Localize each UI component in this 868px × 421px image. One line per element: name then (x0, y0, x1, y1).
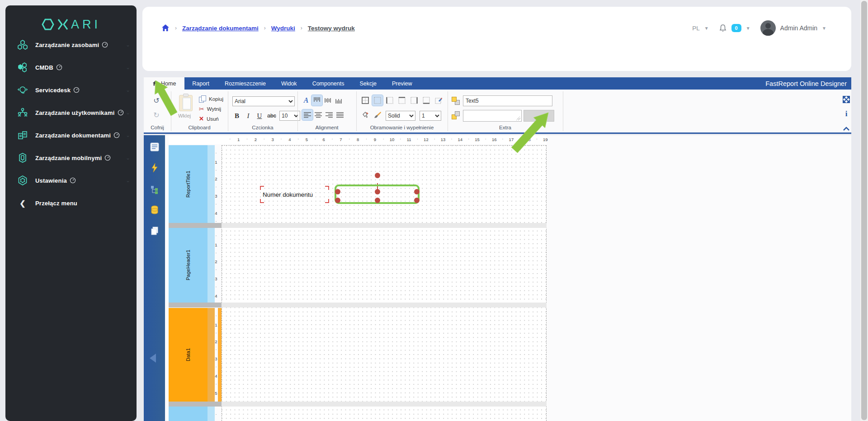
bring-to-front-button[interactable] (450, 95, 461, 106)
underline-button[interactable]: U (254, 110, 265, 121)
band-reporttitle[interactable]: ReportTitle1 (169, 145, 208, 223)
language-selector[interactable]: PL (692, 25, 700, 32)
border-bottom-button[interactable] (421, 95, 432, 106)
rotation-handle[interactable] (375, 173, 380, 178)
undo-button[interactable]: ↺ (151, 95, 162, 106)
sidebar-item-mobilne[interactable]: Zarządzanie mobilnymi ⌄ (5, 147, 137, 169)
collapse-toolbar-button[interactable] (150, 354, 156, 363)
band-pageheader[interactable]: PageHeader1 (169, 228, 208, 303)
align-right-button[interactable] (324, 109, 335, 120)
delete-button[interactable]: ✕ Usuń (199, 115, 219, 122)
ruler-tick: · (434, 137, 435, 141)
vertical-align-top-icon (313, 97, 321, 104)
band-separator[interactable] (169, 223, 222, 228)
notification-caret-icon[interactable]: ▼ (746, 26, 750, 31)
tab-widok[interactable]: Widok (274, 77, 305, 90)
border-width-select[interactable]: 1 (420, 111, 441, 121)
breadcrumb: › Zarządzanie dokumentami › Wydruki › Te… (161, 24, 355, 32)
object-text-area[interactable] (463, 110, 522, 122)
redo-button[interactable]: ↻ (151, 109, 162, 120)
band-separator[interactable] (169, 303, 222, 307)
report-bands-button[interactable] (149, 142, 160, 152)
oxari-logo-hexagon-icon (41, 18, 55, 31)
resize-handle[interactable] (414, 189, 420, 194)
tab-preview[interactable]: Preview (384, 77, 420, 90)
send-to-back-button[interactable] (450, 110, 461, 121)
sidebar-item-dokumenty[interactable]: Zarządzanie dokumentami ⌄ (5, 124, 137, 147)
fill-color-button[interactable] (360, 109, 371, 120)
copy-button[interactable]: Kopiuj (199, 95, 223, 103)
vertical-align-bottom-button[interactable] (333, 95, 344, 106)
oxari-logo-x-icon (57, 18, 69, 31)
collapse-ribbon-button[interactable] (842, 124, 851, 133)
report-tree-button[interactable] (149, 184, 160, 194)
tab-components[interactable]: Components (305, 77, 352, 90)
sidebar-item-uzytkownicy[interactable]: Zarządzanie użytkownikami ⌄ (5, 101, 137, 124)
font-color-button[interactable]: A (301, 95, 311, 106)
breadcrumb-link-dokumenty[interactable]: Zarządzanie dokumentami (182, 25, 259, 32)
tab-raport[interactable]: Raport (184, 77, 217, 90)
align-center-button[interactable] (313, 109, 324, 120)
fullscreen-button[interactable] (842, 95, 851, 104)
sidebar-item-servicedesk[interactable]: Servicedesk ⌄ (5, 79, 137, 101)
chevron-down-icon: ⌄ (126, 64, 130, 71)
resize-handle[interactable] (375, 189, 380, 194)
text-object-numer-dokumentu[interactable]: Numer dokumentu (260, 186, 329, 203)
pages-button[interactable] (149, 225, 160, 236)
expression-button[interactable] (524, 110, 554, 122)
ruler-tick: · (366, 137, 367, 141)
home-tab-icon (152, 80, 158, 86)
strikethrough-button[interactable]: abc (265, 110, 278, 121)
vertical-align-top-button[interactable] (311, 95, 322, 106)
band-data[interactable]: Data1 (169, 308, 208, 402)
tab-rozmieszczenie[interactable]: Rozmieszczenie (217, 77, 274, 90)
info-button[interactable]: i (842, 109, 851, 118)
tab-home[interactable]: Home (144, 77, 184, 90)
border-top-button[interactable] (396, 95, 407, 106)
resize-handle[interactable] (375, 198, 380, 203)
sidebar-item-ustawienia[interactable]: Ustawienia ⌄ (5, 169, 137, 192)
resize-handle[interactable] (335, 198, 340, 203)
resize-handle[interactable] (414, 198, 420, 203)
border-right-button[interactable] (409, 95, 420, 106)
resize-grip-icon[interactable] (516, 116, 520, 120)
object-name-input[interactable] (463, 95, 552, 106)
align-justify-button[interactable] (335, 109, 345, 120)
data-source-button[interactable] (149, 204, 160, 215)
sidebar-toggle-menu[interactable]: ❮ Przełącz menu (5, 192, 137, 214)
border-style-select[interactable]: Solid (386, 111, 415, 121)
home-icon[interactable] (161, 24, 170, 32)
user-caret-icon[interactable]: ▼ (822, 26, 826, 31)
italic-button[interactable]: I (243, 110, 254, 121)
border-none-button[interactable] (372, 95, 383, 106)
font-family-select[interactable]: Arial (232, 96, 295, 106)
brush-button[interactable] (372, 109, 383, 120)
bold-button[interactable]: B (231, 110, 242, 121)
quick-actions-button[interactable] (149, 162, 160, 173)
page-scrollbar[interactable] (860, 0, 868, 421)
breadcrumb-link-wydruki[interactable]: Wydruki (271, 25, 295, 32)
band-separator[interactable] (169, 402, 222, 407)
sidebar-item-zasoby[interactable]: Zarządzanie zasobami ⌄ (5, 33, 137, 56)
vertical-align-center-button[interactable] (322, 95, 333, 106)
fastreport-title: FastReport Online Designer (765, 77, 851, 90)
scrollbar-thumb[interactable] (861, 1, 867, 420)
band-bottom[interactable] (169, 407, 208, 421)
bell-icon[interactable] (719, 24, 727, 33)
sidebar-item-cmdb[interactable]: CMDB ⌄ (5, 56, 137, 79)
language-caret-icon[interactable]: ▼ (704, 26, 709, 31)
border-edit-button[interactable] (433, 95, 444, 106)
paste-button[interactable] (179, 95, 193, 111)
border-all-button[interactable] (360, 95, 371, 106)
border-left-button[interactable] (384, 95, 395, 106)
ruler-tick: · (332, 137, 333, 141)
notification-badge[interactable]: 0 (731, 24, 741, 32)
resize-handle[interactable] (335, 189, 340, 194)
ruler-number: 2 (212, 176, 220, 181)
align-left-button[interactable] (302, 109, 313, 120)
avatar[interactable] (760, 20, 776, 36)
headset-icon (17, 85, 28, 95)
group-label-alignment: Alignment (297, 125, 356, 130)
cut-button[interactable]: ✂ Wytnij (199, 105, 221, 113)
tab-sekcje[interactable]: Sekcje (352, 77, 385, 90)
